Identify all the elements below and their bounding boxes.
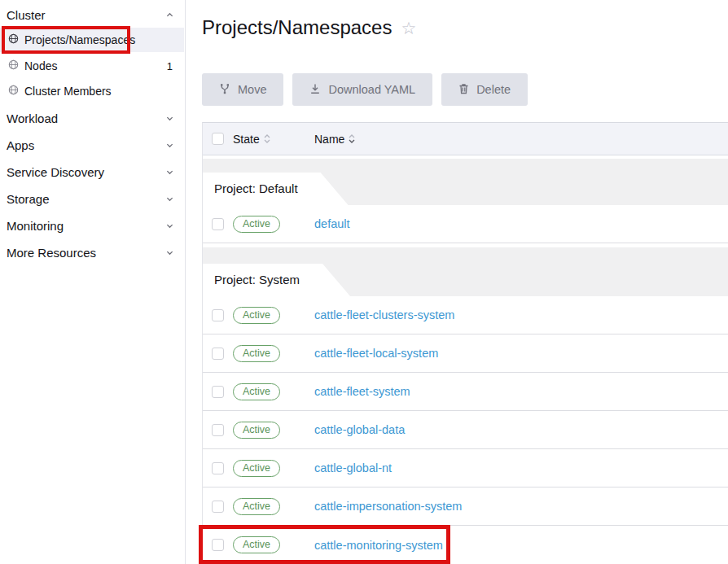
globe-icon bbox=[8, 59, 19, 72]
namespace-link[interactable]: cattle-impersonation-system bbox=[314, 500, 462, 513]
status-badge: Active bbox=[233, 345, 280, 362]
group-row-system: Project: System bbox=[203, 247, 728, 296]
sidebar-section-label: Apps bbox=[7, 138, 34, 152]
table-header-row: State Name bbox=[203, 123, 728, 155]
table-row: Active cattle-fleet-clusters-system bbox=[203, 296, 728, 334]
sidebar-section-monitoring[interactable]: Monitoring bbox=[0, 215, 184, 236]
chevron-down-icon bbox=[166, 168, 173, 176]
toolbar: Move Download YAML Delete bbox=[202, 73, 528, 106]
chevron-down-icon bbox=[166, 249, 173, 256]
sidebar-item-label: Nodes bbox=[24, 59, 57, 72]
app-root: Cluster Projects/Namespaces Nodes 1 Clus… bbox=[0, 0, 728, 564]
sidebar-item-projects-namespaces[interactable]: Projects/Namespaces bbox=[0, 28, 184, 52]
download-yaml-button[interactable]: Download YAML bbox=[292, 73, 432, 106]
delete-button-label: Delete bbox=[476, 83, 511, 96]
row-checkbox[interactable] bbox=[212, 386, 224, 398]
sidebar-section-label: More Resources bbox=[7, 246, 96, 260]
sort-icon bbox=[264, 134, 270, 143]
chevron-down-icon bbox=[166, 142, 173, 149]
group-row-default: Project: Default bbox=[203, 159, 728, 205]
page-title: Projects/Namespaces bbox=[202, 16, 392, 39]
row-checkbox[interactable] bbox=[212, 501, 224, 513]
chevron-up-icon bbox=[166, 11, 173, 19]
table-row-monitoring-system: Active cattle-monitoring-system bbox=[203, 526, 728, 564]
group-tab-label: Project: System bbox=[203, 264, 350, 296]
globe-icon bbox=[8, 33, 19, 46]
sidebar-section-label: Storage bbox=[7, 192, 50, 206]
row-checkbox[interactable] bbox=[212, 539, 224, 551]
globe-icon bbox=[8, 85, 19, 98]
namespace-link[interactable]: cattle-fleet-system bbox=[314, 385, 410, 398]
name-column-label: Name bbox=[314, 133, 344, 146]
row-checkbox[interactable] bbox=[212, 424, 224, 436]
chevron-down-icon bbox=[166, 195, 173, 203]
table-row: Active default bbox=[203, 205, 728, 243]
status-badge: Active bbox=[233, 383, 280, 400]
sidebar-item-nodes[interactable]: Nodes 1 bbox=[0, 55, 184, 77]
main-content: Projects/Namespaces ☆ Move Download YAML bbox=[186, 0, 728, 564]
column-header-state[interactable]: State bbox=[233, 133, 270, 146]
table-row: Active cattle-fleet-local-system bbox=[203, 334, 728, 373]
status-badge: Active bbox=[233, 422, 280, 439]
column-header-name[interactable]: Name bbox=[314, 133, 355, 146]
row-checkbox[interactable] bbox=[212, 348, 224, 360]
download-icon bbox=[309, 83, 328, 97]
sort-icon bbox=[349, 134, 355, 143]
nodes-count-badge: 1 bbox=[167, 60, 184, 72]
sidebar-item-label: Cluster Members bbox=[24, 85, 112, 98]
sidebar-section-cluster[interactable]: Cluster bbox=[0, 5, 184, 24]
table-row: Active cattle-fleet-system bbox=[203, 373, 728, 411]
sidebar-section-more-resources[interactable]: More Resources bbox=[0, 242, 184, 263]
status-badge: Active bbox=[233, 460, 280, 477]
sidebar-item-cluster-members[interactable]: Cluster Members bbox=[0, 81, 184, 102]
namespace-link[interactable]: cattle-fleet-clusters-system bbox=[314, 308, 454, 321]
namespace-link[interactable]: default bbox=[314, 217, 350, 230]
group-tab-label: Project: Default bbox=[203, 173, 349, 205]
chevron-down-icon bbox=[166, 115, 173, 122]
namespaces-table: State Name bbox=[202, 122, 728, 564]
sidebar-section-apps[interactable]: Apps bbox=[0, 134, 184, 155]
page-header: Projects/Namespaces ☆ bbox=[202, 16, 416, 39]
sidebar-section-label: Workload bbox=[7, 111, 58, 125]
state-column-label: State bbox=[233, 133, 260, 146]
table-row: Active cattle-impersonation-system bbox=[203, 487, 728, 526]
namespace-link[interactable]: cattle-fleet-local-system bbox=[314, 347, 438, 360]
status-badge: Active bbox=[233, 498, 280, 515]
status-badge: Active bbox=[233, 536, 280, 553]
sidebar-section-storage[interactable]: Storage bbox=[0, 188, 184, 209]
chevron-down-icon bbox=[166, 222, 173, 230]
namespace-link[interactable]: cattle-global-nt bbox=[314, 461, 392, 474]
favorite-star-icon[interactable]: ☆ bbox=[401, 20, 416, 37]
move-button[interactable]: Move bbox=[202, 73, 283, 106]
sidebar-section-cluster-label: Cluster bbox=[7, 8, 46, 22]
download-yaml-button-label: Download YAML bbox=[328, 83, 415, 96]
sidebar-section-label: Monitoring bbox=[7, 219, 64, 233]
sidebar-item-label: Projects/Namespaces bbox=[24, 33, 135, 46]
move-button-label: Move bbox=[238, 83, 266, 96]
sidebar-section-service-discovery[interactable]: Service Discovery bbox=[0, 161, 184, 182]
row-checkbox[interactable] bbox=[212, 218, 224, 230]
row-checkbox[interactable] bbox=[212, 462, 224, 474]
status-badge: Active bbox=[233, 216, 280, 233]
fork-move-icon bbox=[219, 83, 238, 97]
namespace-link[interactable]: cattle-monitoring-system bbox=[314, 539, 443, 552]
delete-button[interactable]: Delete bbox=[441, 73, 528, 106]
table-row: Active cattle-global-data bbox=[203, 411, 728, 449]
row-checkbox[interactable] bbox=[212, 309, 224, 321]
trash-icon bbox=[458, 83, 476, 97]
sidebar-section-label: Service Discovery bbox=[7, 165, 104, 179]
sidebar: Cluster Projects/Namespaces Nodes 1 Clus… bbox=[0, 0, 186, 564]
select-all-checkbox[interactable] bbox=[212, 133, 224, 145]
sidebar-section-workload[interactable]: Workload bbox=[0, 107, 184, 129]
table-row: Active cattle-global-nt bbox=[203, 449, 728, 487]
namespace-link[interactable]: cattle-global-data bbox=[314, 423, 405, 436]
status-badge: Active bbox=[233, 307, 280, 324]
